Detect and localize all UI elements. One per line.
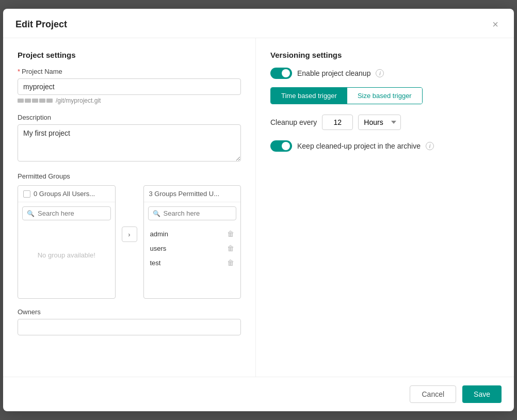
permitted-users-items: admin 🗑 users 🗑 test 🗑	[144, 224, 241, 298]
keep-archive-info-icon: i	[426, 142, 434, 150]
git-icon-5	[46, 99, 53, 103]
project-name-label: *Project Name	[18, 68, 241, 75]
search-icon-2: 🔍	[153, 210, 160, 217]
permitted-users-box: 3 Groups Permitted U... 🔍 admin	[143, 185, 241, 299]
search-icon-1: 🔍	[27, 210, 35, 217]
project-name-input[interactable]	[18, 78, 241, 95]
required-star: *	[18, 68, 20, 75]
all-users-header: 0 Groups All Users...	[18, 186, 115, 202]
owners-field: Owners	[18, 308, 241, 335]
transfer-btn-wrap: ›	[122, 185, 137, 242]
all-users-search-wrap: 🔍	[18, 202, 115, 224]
permitted-users-search-wrap: 🔍	[144, 202, 241, 224]
groups-row: 0 Groups All Users... 🔍 No group availab…	[18, 185, 241, 299]
transfer-button[interactable]: ›	[122, 227, 137, 242]
close-button[interactable]: ×	[489, 18, 502, 30]
list-item: admin 🗑	[144, 227, 241, 241]
versioning-settings-title: Versioning settings	[270, 51, 499, 59]
edit-project-modal: Edit Project × Project settings *Project…	[3, 9, 514, 411]
permitted-users-search-input-wrap[interactable]: 🔍	[148, 206, 237, 220]
all-users-search-input[interactable]	[38, 209, 106, 217]
all-users-items: No group available!	[18, 224, 115, 298]
git-url-display: /git/myproject.git	[18, 97, 241, 104]
all-users-checkbox[interactable]	[23, 190, 30, 198]
git-icon-4	[39, 99, 45, 103]
group-item-name: users	[150, 245, 167, 252]
owners-label: Owners	[18, 308, 241, 316]
right-panel: Versioning settings Enable project clean…	[256, 38, 514, 377]
group-item-name: test	[150, 259, 161, 267]
enable-cleanup-toggle[interactable]	[270, 68, 292, 79]
permitted-users-header: 3 Groups Permitted U...	[144, 186, 241, 202]
cleanup-every-row: Cleanup every Hours Days Weeks	[270, 115, 499, 130]
description-field: Description My first project	[18, 114, 241, 163]
cleanup-every-label: Cleanup every	[270, 118, 317, 126]
tab-time-based[interactable]: Time based trigger	[271, 88, 347, 104]
save-button[interactable]: Save	[462, 385, 502, 403]
owners-input[interactable]	[18, 319, 241, 335]
all-users-header-label: 0 Groups All Users...	[34, 190, 95, 198]
delete-test-button[interactable]: 🗑	[227, 259, 234, 267]
enable-cleanup-label: Enable project cleanup	[297, 69, 370, 77]
modal-body: Project settings *Project Name	[3, 38, 514, 377]
modal-overlay: Edit Project × Project settings *Project…	[0, 0, 517, 420]
modal-header: Edit Project ×	[3, 9, 514, 38]
toggle-thumb	[282, 69, 290, 77]
modal-footer: Cancel Save	[3, 377, 514, 411]
tab-size-based[interactable]: Size based trigger	[347, 88, 422, 104]
permitted-groups-field: Permitted Groups 0 Groups All Users... 🔍	[18, 172, 241, 299]
trigger-tabs: Time based trigger Size based trigger	[270, 87, 423, 104]
all-users-box: 0 Groups All Users... 🔍 No group availab…	[18, 185, 116, 299]
list-item: test 🗑	[144, 255, 241, 270]
project-settings-title: Project settings	[18, 51, 241, 59]
cancel-button[interactable]: Cancel	[410, 385, 456, 403]
keep-archive-row: Keep cleaned-up project in the archive i	[270, 140, 499, 152]
keep-archive-label: Keep cleaned-up project in the archive	[297, 142, 421, 150]
description-input[interactable]: My first project	[18, 124, 241, 161]
all-users-search-input-wrap[interactable]: 🔍	[22, 206, 111, 220]
description-label: Description	[18, 114, 241, 121]
git-url-text: /git/myproject.git	[56, 97, 101, 104]
git-icon-2	[25, 99, 31, 103]
delete-admin-button[interactable]: 🗑	[227, 230, 234, 238]
git-icon-1	[18, 99, 24, 103]
git-url-icons	[18, 99, 53, 103]
enable-cleanup-info-icon: i	[376, 69, 384, 77]
permitted-users-search-input[interactable]	[164, 209, 232, 217]
project-name-field: *Project Name /git/myproject.git	[18, 68, 241, 104]
git-icon-3	[32, 99, 38, 103]
enable-cleanup-row: Enable project cleanup i	[270, 68, 499, 79]
permitted-users-header-label: 3 Groups Permitted U...	[149, 190, 220, 198]
modal-title: Edit Project	[15, 19, 67, 30]
keep-archive-toggle-thumb	[282, 142, 290, 150]
permitted-groups-label: Permitted Groups	[18, 172, 241, 180]
left-panel: Project settings *Project Name	[3, 38, 256, 377]
cleanup-value-input[interactable]	[322, 115, 353, 130]
keep-archive-toggle[interactable]	[270, 140, 292, 152]
cleanup-unit-select[interactable]: Hours Days Weeks	[358, 115, 401, 130]
list-item: users 🗑	[144, 241, 241, 255]
no-group-label: No group available!	[18, 227, 115, 284]
delete-users-button[interactable]: 🗑	[227, 244, 234, 252]
group-item-name: admin	[150, 230, 168, 238]
